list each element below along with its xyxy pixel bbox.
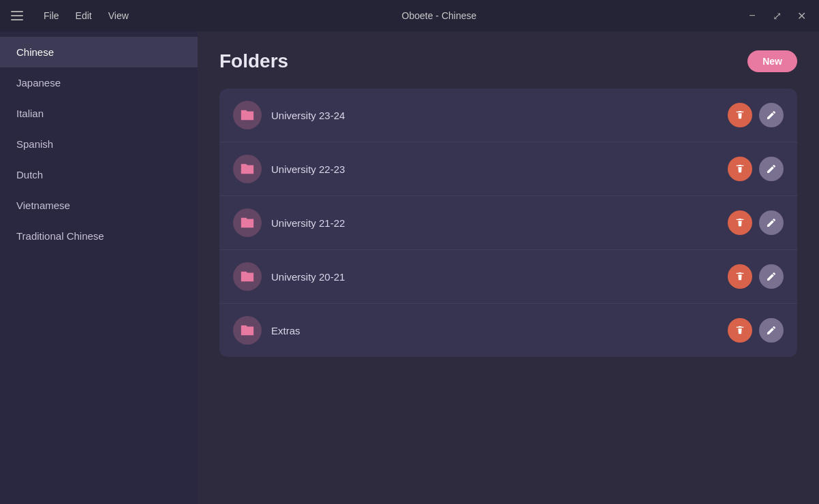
folder-svg-0 (240, 108, 255, 123)
folder-row-2: University 21-22 (219, 196, 797, 250)
delete-button-0[interactable] (728, 103, 752, 127)
sidebar-item-dutch[interactable]: Dutch (0, 159, 198, 190)
edit-icon-3 (766, 271, 777, 282)
edit-button-1[interactable] (759, 157, 784, 181)
folder-name-0: University 23-24 (271, 110, 718, 121)
content-header: Folders New (219, 50, 797, 72)
new-folder-button[interactable]: New (747, 50, 797, 72)
titlebar: File Edit View Oboete - Chinese − ⤢ ✕ (0, 0, 819, 31)
menu-edit[interactable]: Edit (69, 7, 99, 24)
titlebar-left: File Edit View (8, 7, 136, 24)
hamburger-icon[interactable] (8, 8, 26, 23)
folder-row-1: University 22-23 (219, 142, 797, 196)
titlebar-controls: − ⤢ ✕ (743, 6, 811, 25)
maximize-button[interactable]: ⤢ (767, 6, 786, 25)
folder-actions-4 (728, 318, 784, 343)
folder-actions-3 (728, 264, 784, 289)
folder-name-3: University 20-21 (271, 271, 718, 283)
edit-button-0[interactable] (759, 103, 784, 127)
folder-row-0: University 23-24 (219, 89, 797, 142)
edit-button-4[interactable] (759, 318, 784, 343)
sidebar: Chinese Japanese Italian Spanish Dutch V… (0, 31, 198, 504)
edit-icon-4 (766, 325, 777, 336)
close-button[interactable]: ✕ (792, 6, 811, 25)
folder-list: University 23-24 University 22-23 (219, 89, 797, 357)
delete-button-3[interactable] (728, 264, 752, 289)
trash-icon-4 (735, 325, 745, 336)
folder-icon-4 (233, 316, 262, 345)
folder-row-3: University 20-21 (219, 250, 797, 304)
folder-icon-1 (233, 155, 262, 183)
folder-name-2: University 21-22 (271, 217, 718, 229)
folder-name-4: Extras (271, 325, 718, 336)
titlebar-title: Oboete - Chinese (136, 10, 743, 21)
menu-items: File Edit View (37, 7, 136, 24)
sidebar-item-spanish[interactable]: Spanish (0, 129, 198, 159)
folder-svg-3 (240, 269, 255, 284)
folder-actions-1 (728, 157, 784, 181)
edit-icon-2 (766, 217, 777, 228)
delete-button-4[interactable] (728, 318, 752, 343)
edit-icon-1 (766, 163, 777, 174)
trash-icon-0 (735, 110, 745, 121)
folder-name-1: University 22-23 (271, 163, 718, 175)
trash-icon-1 (735, 163, 745, 174)
main-layout: Chinese Japanese Italian Spanish Dutch V… (0, 31, 819, 504)
folder-svg-4 (240, 323, 255, 338)
folder-svg-1 (240, 161, 255, 176)
folder-icon-3 (233, 262, 262, 291)
trash-icon-3 (735, 271, 745, 282)
edit-button-2[interactable] (759, 210, 784, 235)
delete-button-1[interactable] (728, 157, 752, 181)
minimize-button[interactable]: − (743, 6, 762, 25)
sidebar-item-vietnamese[interactable]: Vietnamese (0, 190, 198, 221)
sidebar-item-traditional-chinese[interactable]: Traditional Chinese (0, 221, 198, 251)
trash-icon-2 (735, 217, 745, 228)
page-title: Folders (219, 50, 288, 72)
folder-icon-2 (233, 208, 262, 237)
folder-actions-2 (728, 210, 784, 235)
sidebar-item-italian[interactable]: Italian (0, 98, 198, 129)
content-area: Folders New University 23-24 (198, 31, 819, 504)
delete-button-2[interactable] (728, 210, 752, 235)
sidebar-item-chinese[interactable]: Chinese (0, 37, 198, 67)
menu-file[interactable]: File (37, 7, 66, 24)
menu-view[interactable]: View (102, 7, 136, 24)
edit-button-3[interactable] (759, 264, 784, 289)
folder-row-4: Extras (219, 304, 797, 357)
folder-svg-2 (240, 215, 255, 230)
folder-icon-0 (233, 101, 262, 129)
edit-icon-0 (766, 110, 777, 121)
folder-actions-0 (728, 103, 784, 127)
sidebar-item-japanese[interactable]: Japanese (0, 67, 198, 98)
